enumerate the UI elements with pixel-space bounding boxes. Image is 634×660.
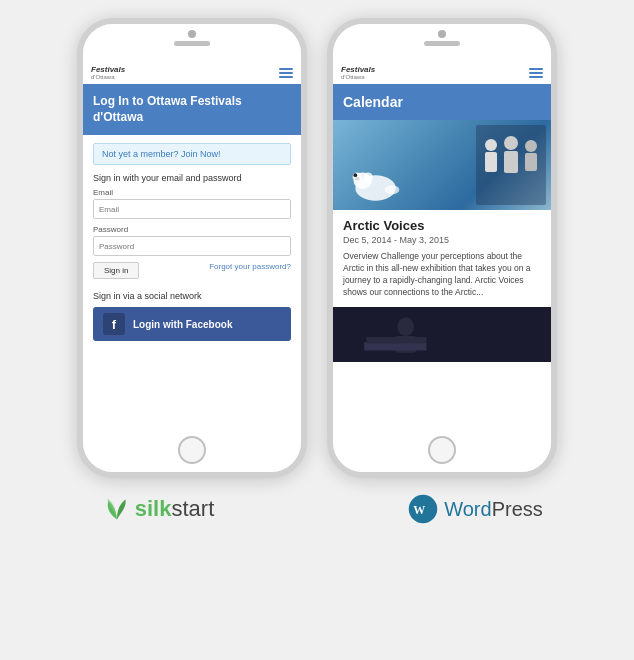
phone-top-left: [83, 24, 301, 62]
hamburger-line-r3: [529, 76, 543, 78]
social-label: Sign in via a social network: [93, 291, 291, 301]
silkstart-logo: silkstart: [103, 495, 215, 523]
silk-text: silk: [135, 496, 172, 521]
hamburger-icon-left[interactable]: [279, 68, 293, 78]
app-header-login: Festivals d'Ottawa: [83, 62, 301, 84]
app-header-calendar: Festivals d'Ottawa: [333, 62, 551, 84]
event-info: Arctic Voices Dec 5, 2014 - May 3, 2015 …: [333, 210, 551, 307]
svg-rect-18: [366, 337, 426, 343]
sign-in-label: Sign in with your email and password: [93, 173, 291, 183]
speaker-left: [174, 41, 210, 46]
silkstart-leaf-icon: [103, 495, 131, 523]
password-input[interactable]: [93, 236, 291, 256]
event-date: Dec 5, 2014 - May 3, 2015: [343, 235, 541, 245]
svg-point-8: [485, 139, 497, 151]
people-silhouettes: [476, 125, 546, 205]
festivals-logo-left: Festivals d'Ottawa: [91, 66, 125, 80]
svg-point-4: [385, 185, 400, 194]
silkstart-logo-container: silkstart: [0, 495, 317, 523]
event-description: Overview Challenge your perceptions abou…: [343, 251, 541, 299]
camera-left: [188, 30, 196, 38]
svg-rect-14: [333, 307, 551, 362]
email-input[interactable]: [93, 199, 291, 219]
wordpress-text: WordPress: [444, 498, 543, 521]
home-button-left[interactable]: [178, 436, 206, 464]
calendar-body: Arctic Voices Dec 5, 2014 - May 3, 2015 …: [333, 120, 551, 428]
festivals-logo-right: Festivals d'Ottawa: [341, 66, 375, 80]
phone-bottom-left: [83, 428, 301, 472]
login-title: Log In to Ottawa Festivals d'Ottawa: [93, 94, 291, 125]
logo-sub-left: d'Ottawa: [91, 74, 125, 80]
join-banner[interactable]: Not yet a member? Join Now!: [93, 143, 291, 165]
hamburger-icon-right[interactable]: [529, 68, 543, 78]
email-label: Email: [93, 188, 291, 197]
hamburger-line-3: [279, 76, 293, 78]
silkstart-text: silkstart: [135, 496, 215, 522]
signin-button[interactable]: Sign in: [93, 262, 139, 279]
logo-text-left: Festivals: [91, 66, 125, 74]
phone-bottom-right: [333, 428, 551, 472]
screen-calendar: Festivals d'Ottawa Calendar: [333, 62, 551, 428]
wordpress-icon: W: [408, 494, 438, 524]
svg-point-3: [364, 172, 373, 181]
second-event-image: [333, 307, 551, 362]
speaker-right: [424, 41, 460, 46]
wp-black-text: Press: [492, 498, 543, 520]
logo-sub-right: d'Ottawa: [341, 74, 375, 80]
phone-login: Festivals d'Ottawa Log In to Ottawa Fest…: [77, 18, 307, 478]
wp-blue-text: Word: [444, 498, 491, 520]
login-body: Not yet a member? Join Now! Sign in with…: [83, 135, 301, 428]
phone-top-right: [333, 24, 551, 62]
camera-right: [438, 30, 446, 38]
svg-point-5: [354, 173, 358, 177]
wordpress-logo-container: W WordPress: [317, 494, 634, 524]
svg-rect-9: [485, 152, 497, 172]
wordpress-logo: W WordPress: [408, 494, 543, 524]
svg-point-12: [525, 140, 537, 152]
hamburger-line-2: [279, 72, 293, 74]
event-title: Arctic Voices: [343, 218, 541, 233]
polar-bear-svg: [348, 160, 403, 205]
login-title-bar: Log In to Ottawa Festivals d'Ottawa: [83, 84, 301, 135]
forgot-password-link[interactable]: Forgot your password?: [209, 262, 291, 271]
facebook-btn-label: Login with Facebook: [133, 319, 232, 330]
arctic-voices-image: [333, 120, 551, 210]
phones-row: Festivals d'Ottawa Log In to Ottawa Fest…: [77, 18, 557, 478]
email-field-group: Email: [93, 188, 291, 219]
svg-rect-13: [525, 153, 537, 171]
password-label: Password: [93, 225, 291, 234]
facebook-login-button[interactable]: f Login with Facebook: [93, 307, 291, 341]
svg-rect-17: [364, 342, 426, 350]
screen-login: Festivals d'Ottawa Log In to Ottawa Fest…: [83, 62, 301, 428]
hamburger-line-r2: [529, 72, 543, 74]
svg-point-6: [354, 177, 360, 181]
second-event-svg: [333, 307, 551, 362]
hamburger-line-r1: [529, 68, 543, 70]
start-text: start: [171, 496, 214, 521]
hamburger-line-1: [279, 68, 293, 70]
logo-text-right: Festivals: [341, 66, 375, 74]
svg-point-15: [397, 317, 414, 336]
svg-point-10: [504, 136, 518, 150]
home-button-right[interactable]: [428, 436, 456, 464]
svg-text:W: W: [413, 503, 425, 517]
calendar-title-bar: Calendar: [333, 84, 551, 120]
facebook-icon: f: [103, 313, 125, 335]
password-field-group: Password: [93, 225, 291, 256]
phone-calendar: Festivals d'Ottawa Calendar: [327, 18, 557, 478]
svg-rect-11: [504, 151, 518, 173]
calendar-title: Calendar: [343, 94, 541, 110]
logos-row: silkstart W WordPress: [0, 494, 634, 524]
